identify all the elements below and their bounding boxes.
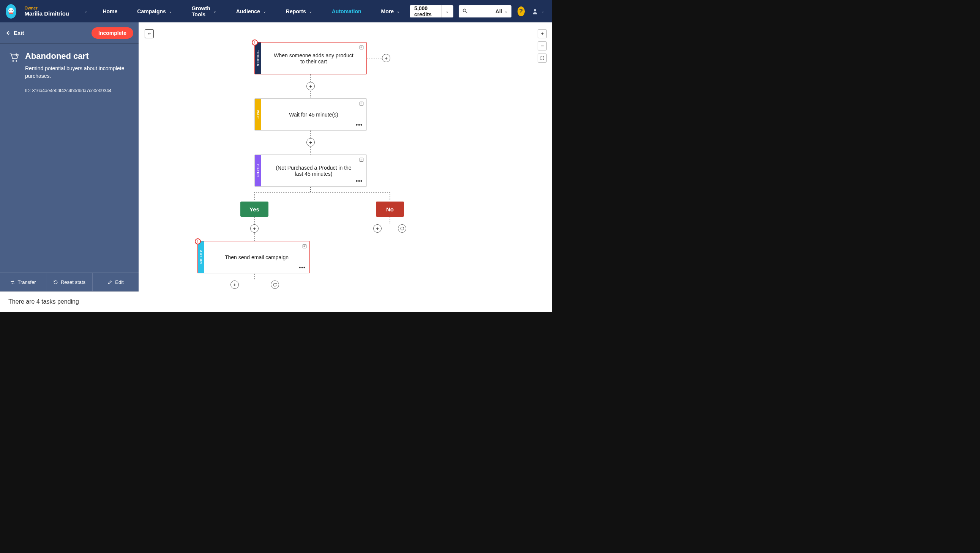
nav-automation[interactable]: Automation [322,0,371,22]
note-icon[interactable] [302,244,307,250]
reset-icon [53,280,58,284]
node-action[interactable]: ! ACTION Then send email campaign ••• [197,241,310,273]
zoom-controls: + − [538,29,547,63]
nav-home[interactable]: Home [93,0,127,22]
edit-button[interactable]: Edit [93,273,138,291]
workflow-title: Abandoned cart [25,51,127,61]
svg-line-5 [466,11,467,13]
branch-no[interactable]: No [376,202,404,217]
chevron-down-icon: ⌄ [504,10,508,13]
add-step-button[interactable]: + [250,224,259,233]
user-menu[interactable]: ⌄ [531,8,552,15]
collapse-icon [147,32,151,36]
nav-growth-tools[interactable]: Growth Tools⌄ [182,0,226,22]
note-icon[interactable] [359,101,364,107]
side-panel-header: Exit Incomplete [0,22,138,44]
add-branch-button[interactable]: + [382,54,390,62]
node-wait[interactable]: WAIT Wait for 45 minute(s) ••• [255,98,367,130]
chevron-down-icon: ⌄ [213,10,216,13]
workflow-info: Abandoned cart Remind potential buyers a… [0,44,138,105]
user-icon [531,8,538,15]
svg-point-2 [12,10,13,11]
owner-selector[interactable]: Owner Marilia Dimitriou [22,6,79,17]
main-nav: Home Campaigns⌄ Growth Tools⌄ Audience⌄ … [93,0,410,22]
svg-point-7 [13,60,14,62]
pending-tasks: There are 4 tasks pending [0,291,138,312]
svg-point-6 [534,9,536,11]
node-wait-text: Wait for 45 minute(s) [289,111,338,118]
svg-point-4 [463,9,466,12]
cart-icon [8,52,20,64]
search-filter[interactable]: All⌄ [495,8,508,14]
redo-icon [273,282,277,287]
flow-canvas[interactable]: + − ! TRIGGER When someone adds any [138,22,552,312]
status-badge: Incomplete [92,27,133,39]
transfer-button[interactable]: Transfer [0,273,46,291]
svg-rect-3 [9,13,13,14]
add-step-button[interactable]: + [306,138,315,146]
pencil-icon [107,280,112,284]
side-panel: Exit Incomplete Abandoned cart Remind po… [0,22,138,312]
svg-point-1 [10,10,11,11]
chevron-down-icon: ⌄ [263,10,266,13]
chevron-down-icon: ⌄ [397,10,400,13]
search-bar[interactable]: All⌄ [459,5,511,17]
node-filter[interactable]: FILTER (Not Purchased a Product in the l… [255,154,367,187]
reset-stats-button[interactable]: Reset stats [46,273,93,291]
chevron-down-icon: ⌄ [169,10,172,13]
zoom-in-button[interactable]: + [538,29,547,38]
add-step-button[interactable]: + [373,224,382,233]
svg-point-8 [16,60,17,62]
svg-point-0 [8,8,14,13]
owner-caret-icon[interactable]: ⌄ [79,9,93,13]
app-logo [6,4,16,19]
note-icon[interactable] [359,45,364,51]
chevron-down-icon: ⌄ [446,10,449,13]
add-step-button[interactable]: + [306,82,315,91]
exit-button[interactable]: Exit [5,30,24,36]
nav-campaigns[interactable]: Campaigns⌄ [127,0,181,22]
node-menu-button[interactable]: ••• [356,178,363,184]
node-filter-text: (Not Purchased a Product in the last 45 … [272,165,356,177]
add-step-button[interactable]: + [231,280,239,289]
monkey-icon [6,7,16,16]
transfer-icon [10,280,15,284]
search-icon [463,8,468,14]
workflow-description: Remind potential buyers about incomplete… [25,65,127,80]
zoom-out-button[interactable]: − [538,41,547,51]
loop-button[interactable] [271,280,279,289]
node-menu-button[interactable]: ••• [299,265,305,271]
chevron-down-icon: ⌄ [309,10,312,13]
redo-icon [400,226,404,231]
credits-button[interactable]: 5,000 credits ⌄ [410,5,453,17]
chevron-down-icon: ⌄ [541,10,544,13]
help-button[interactable]: ? [517,6,525,16]
arrow-left-icon [5,30,11,36]
nav-more[interactable]: More⌄ [371,0,410,22]
node-trigger-text: When someone adds any product to their c… [272,52,356,65]
node-trigger[interactable]: ! TRIGGER When someone adds any product … [255,42,367,75]
node-action-text: Then send email campaign [225,254,289,261]
fullscreen-button[interactable] [538,54,547,63]
nav-reports[interactable]: Reports⌄ [276,0,322,22]
side-actions: Transfer Reset stats Edit [0,273,138,291]
owner-label: Owner [24,6,77,10]
loop-button[interactable] [398,224,406,233]
nav-audience[interactable]: Audience⌄ [226,0,276,22]
alert-icon: ! [252,40,258,46]
expand-icon [540,56,544,60]
workflow-id: ID: 816a4ae4e0df42c4b0dbda7ce0e09344 [25,88,127,93]
alert-icon: ! [195,238,201,245]
credits-label: 5,000 credits [414,5,435,17]
owner-name: Marilia Dimitriou [24,10,77,17]
branch-yes[interactable]: Yes [240,202,269,217]
top-nav: Owner Marilia Dimitriou ⌄ Home Campaigns… [0,0,552,22]
node-menu-button[interactable]: ••• [356,122,363,128]
collapse-sidebar-button[interactable] [145,29,154,38]
note-icon[interactable] [359,157,364,164]
